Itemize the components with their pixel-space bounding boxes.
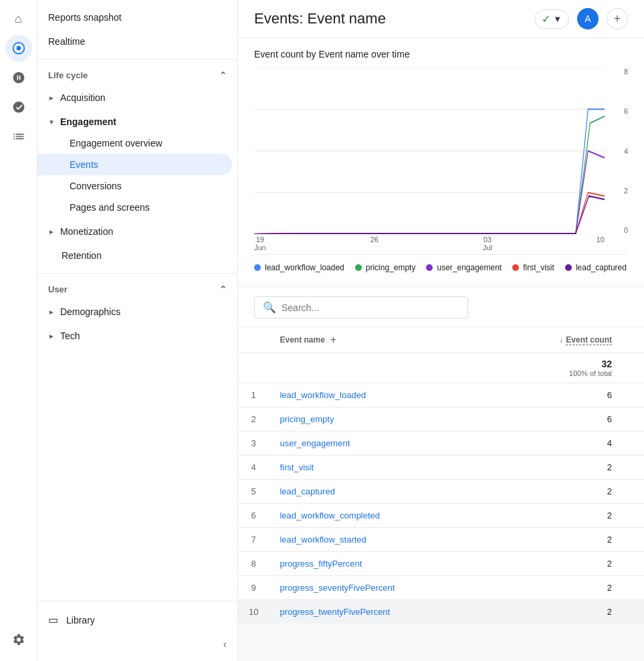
- event-link[interactable]: user_engagement: [280, 438, 350, 448]
- cell-extra: [623, 432, 644, 456]
- retention-header[interactable]: Retention: [37, 245, 237, 266]
- cell-event-count: 2: [498, 600, 623, 624]
- demographics-group: ► Demographics: [37, 300, 237, 324]
- x-label-19-jun: 19 Jun: [254, 235, 266, 252]
- cell-event-count: 2: [498, 552, 623, 576]
- cell-extra: [623, 480, 644, 504]
- avatar[interactable]: A: [577, 8, 599, 29]
- search-icon: 🔍: [263, 301, 276, 314]
- monetization-header[interactable]: ► Monetization: [37, 221, 237, 242]
- legend-dot-blue: [254, 264, 261, 271]
- demographics-header[interactable]: ► Demographics: [37, 301, 237, 322]
- acquisition-header[interactable]: ► Acquisition: [37, 87, 237, 108]
- event-link[interactable]: pricing_empty: [280, 414, 334, 424]
- user-header[interactable]: User ⌃: [37, 279, 237, 300]
- legend-user-engagement: user_engagement: [426, 263, 502, 272]
- chevron-down-icon-badge: ▼: [553, 14, 562, 24]
- analytics-icon[interactable]: [5, 35, 32, 62]
- reports-icon[interactable]: [5, 123, 32, 150]
- svg-point-1: [16, 46, 21, 51]
- home-icon[interactable]: ⌂: [5, 5, 32, 32]
- cell-event-name: first_visit: [269, 456, 498, 480]
- chart-container: 8 6 4 2 0 19 Jun 26 03 Jul: [254, 68, 628, 255]
- event-link[interactable]: lead_workflow_started: [280, 535, 366, 545]
- cell-event-count: 2: [498, 504, 623, 528]
- cell-extra: [623, 504, 644, 528]
- chevron-right-icon-mono: ►: [48, 228, 55, 235]
- icon-sidebar: ⌂: [0, 0, 37, 661]
- cell-event-count: 2: [498, 576, 623, 600]
- event-link[interactable]: progress_seventyFivePercent: [280, 583, 395, 593]
- engagement-header[interactable]: ▼ Engagement: [37, 111, 237, 132]
- life-cycle-section: Life cycle ⌃ ► Acquisition ▼ Engagement …: [37, 59, 237, 273]
- event-link[interactable]: progress_fiftyPercent: [280, 559, 362, 569]
- y-label-2: 2: [624, 187, 628, 195]
- cell-rank: 2: [238, 407, 269, 432]
- cell-event-count: 2: [498, 480, 623, 504]
- event-link[interactable]: first_visit: [280, 462, 314, 472]
- table-section: 🔍 Event name +: [238, 288, 644, 624]
- cell-rank: 9: [238, 576, 269, 600]
- sidebar-item-reports-snapshot[interactable]: Reports snapshot: [37, 5, 237, 29]
- cell-event-name: pricing_empty: [269, 407, 498, 432]
- sidebar-item-library[interactable]: ▭ Library: [37, 607, 237, 633]
- table-row: 5 lead_captured 2: [238, 480, 644, 504]
- legend-dot-purple: [426, 264, 433, 271]
- settings-icon[interactable]: [5, 626, 32, 653]
- event-link[interactable]: lead_captured: [280, 486, 334, 496]
- sidebar-item-pages-screens[interactable]: Pages and screens: [37, 197, 237, 218]
- page-title: Events: Event name: [254, 10, 526, 27]
- legend-label-lead-workflow-loaded: lead_workflow_loaded: [265, 263, 344, 272]
- chart-x-labels: 19 Jun 26 03 Jul 10: [254, 233, 605, 254]
- th-event-count[interactable]: ↓ Event count: [498, 327, 623, 353]
- event-link[interactable]: progress_twentyFivePercent: [280, 607, 390, 617]
- search-input-wrapper[interactable]: 🔍: [254, 296, 468, 318]
- sort-arrow-icon: ↓: [559, 335, 563, 345]
- cell-event-name: progress_twentyFivePercent: [269, 600, 498, 624]
- table-body: 1 lead_workflow_loaded 6 2 pricing_empty…: [238, 383, 644, 624]
- sidebar-item-events[interactable]: Events: [37, 154, 232, 175]
- add-button[interactable]: +: [607, 8, 628, 29]
- sidebar-item-engagement-overview[interactable]: Engagement overview: [37, 132, 237, 154]
- cell-extra: [623, 576, 644, 600]
- chart-svg: [254, 68, 605, 234]
- cell-event-name: lead_captured: [269, 480, 498, 504]
- status-badge[interactable]: ✓ ▼: [534, 9, 569, 29]
- table-row: 7 lead_workflow_started 2: [238, 528, 644, 552]
- totals-count-cell: 32 100% of total: [498, 353, 623, 383]
- legend-dot-red: [512, 264, 519, 271]
- retention-group: Retention: [37, 244, 237, 268]
- cell-rank: 10: [238, 600, 269, 624]
- add-column-button[interactable]: +: [328, 334, 339, 346]
- legend-label-user-engagement: user_engagement: [437, 263, 502, 272]
- event-link[interactable]: lead_workflow_loaded: [280, 390, 366, 400]
- event-link[interactable]: lead_workflow_completed: [280, 510, 380, 521]
- y-label-6: 6: [624, 107, 628, 115]
- engagement-group: ▼ Engagement Engagement overview Events …: [37, 110, 237, 219]
- tech-header[interactable]: ► Tech: [37, 325, 237, 347]
- chart-title: Event count by Event name over time: [254, 49, 628, 60]
- life-cycle-header[interactable]: Life cycle ⌃: [37, 65, 237, 86]
- legend-dot-green: [355, 264, 362, 271]
- cell-event-count: 4: [498, 432, 623, 456]
- legend-first-visit: first_visit: [512, 263, 554, 272]
- search-input[interactable]: [282, 302, 459, 313]
- table-row: 6 lead_workflow_completed 2: [238, 504, 644, 528]
- chart-area: [254, 68, 605, 234]
- legend-lead-workflow-loaded: lead_workflow_loaded: [254, 263, 344, 272]
- collapse-sidebar-button[interactable]: ‹: [223, 638, 227, 650]
- sidebar-item-realtime[interactable]: Realtime: [37, 29, 237, 54]
- table-row: 9 progress_seventyFivePercent 2: [238, 576, 644, 600]
- cell-rank: 5: [238, 480, 269, 504]
- insights-icon[interactable]: [5, 94, 32, 120]
- legend-lead-captured: lead_captured: [565, 263, 627, 272]
- y-label-4: 4: [624, 147, 628, 155]
- cell-event-name: lead_workflow_loaded: [269, 383, 498, 407]
- chevron-up-icon-user: ⌃: [219, 284, 227, 294]
- cell-rank: 8: [238, 552, 269, 576]
- sidebar-item-conversions[interactable]: Conversions: [37, 175, 237, 197]
- audience-icon[interactable]: [5, 64, 32, 91]
- legend-label-pricing-empty: pricing_empty: [366, 263, 416, 272]
- monetization-group: ► Monetization: [37, 219, 237, 244]
- user-section: User ⌃ ► Demographics ► Tech: [37, 273, 237, 353]
